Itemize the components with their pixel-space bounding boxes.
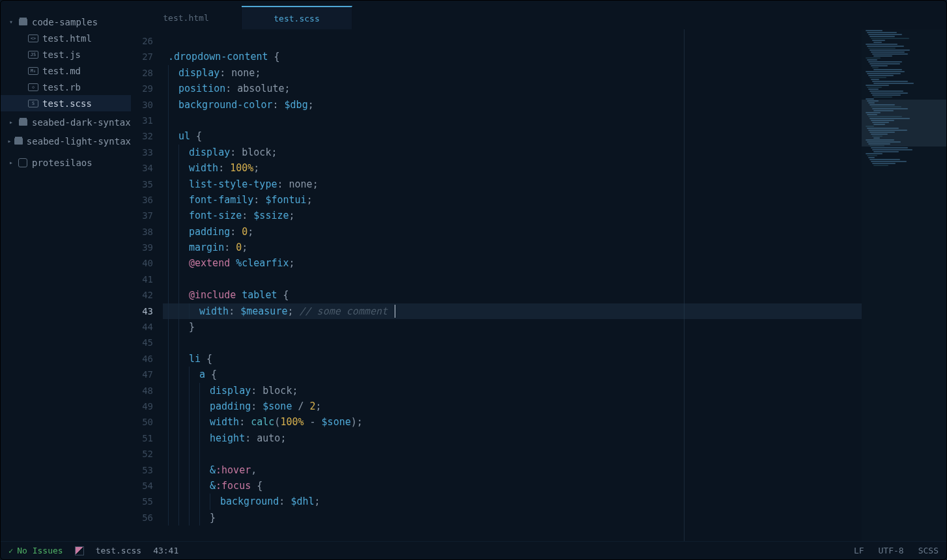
code-line[interactable]: } bbox=[163, 510, 862, 525]
minimap[interactable] bbox=[862, 29, 946, 541]
status-encoding[interactable]: UTF-8 bbox=[879, 546, 904, 555]
line-number[interactable]: 46 bbox=[131, 351, 153, 367]
line-number[interactable]: 42 bbox=[131, 287, 153, 303]
code-line[interactable]: ul { bbox=[163, 128, 862, 144]
code-line[interactable]: padding: $sone / 2; bbox=[163, 399, 862, 414]
tree-folder-seabed-dark-syntax[interactable]: ▸seabed-dark-syntax bbox=[1, 114, 131, 130]
code-line[interactable]: a { bbox=[163, 367, 862, 382]
deprecation-cop-icon[interactable] bbox=[75, 546, 84, 555]
code-line[interactable]: display: none; bbox=[163, 65, 862, 81]
indent-guide bbox=[168, 192, 178, 208]
tab-bar[interactable]: test.htmltest.scss bbox=[131, 6, 946, 29]
code-line[interactable]: width: calc(100% - $sone); bbox=[163, 414, 862, 430]
code-line[interactable]: &:focus { bbox=[163, 478, 862, 494]
code-line[interactable]: background-color: $dbg; bbox=[163, 97, 862, 113]
tree-root[interactable]: ▾ code-samples bbox=[1, 14, 131, 30]
file-tree[interactable]: ▾ code-samples <>test.htmlJStest.jsM↓tes… bbox=[1, 6, 131, 541]
indent-guide bbox=[178, 494, 189, 509]
code-line[interactable]: background: $dhl; bbox=[163, 494, 862, 509]
code-line[interactable]: &:hover, bbox=[163, 462, 862, 478]
gutter[interactable]: 2627282930313233343536373839404142434445… bbox=[131, 29, 162, 541]
status-cursor[interactable]: 43:41 bbox=[153, 546, 178, 555]
code-line[interactable]: padding: 0; bbox=[163, 224, 862, 240]
line-number[interactable]: 26 bbox=[131, 33, 153, 49]
code-line[interactable] bbox=[163, 272, 862, 287]
line-number[interactable]: 36 bbox=[131, 192, 153, 208]
line-number[interactable]: 55 bbox=[131, 494, 153, 509]
line-number[interactable]: 49 bbox=[131, 399, 153, 414]
tab-test-scss[interactable]: test.scss bbox=[242, 6, 352, 29]
line-number[interactable]: 33 bbox=[131, 145, 153, 160]
code-line[interactable] bbox=[163, 446, 862, 462]
line-number[interactable]: 54 bbox=[131, 478, 153, 494]
status-issues-label: No Issues bbox=[17, 546, 63, 555]
minimap-line bbox=[869, 159, 900, 160]
tree-file-test-js[interactable]: JStest.js bbox=[1, 46, 131, 63]
line-number[interactable]: 53 bbox=[131, 462, 153, 478]
minimap-line bbox=[868, 89, 879, 90]
line-number[interactable]: 40 bbox=[131, 255, 153, 271]
code-line[interactable] bbox=[163, 335, 862, 350]
line-number[interactable]: 28 bbox=[131, 65, 153, 81]
line-number[interactable]: 38 bbox=[131, 224, 153, 240]
line-number[interactable]: 31 bbox=[131, 113, 153, 128]
line-number[interactable]: 50 bbox=[131, 414, 153, 430]
line-number[interactable]: 44 bbox=[131, 319, 153, 335]
tree-file-test-rb[interactable]: ◇test.rb bbox=[1, 79, 131, 95]
indent-guide bbox=[178, 383, 189, 399]
status-line-ending[interactable]: LF bbox=[854, 546, 864, 555]
minimap-line bbox=[868, 75, 894, 76]
line-number[interactable]: 29 bbox=[131, 81, 153, 96]
indent-guide bbox=[199, 462, 210, 478]
line-number[interactable]: 35 bbox=[131, 176, 153, 192]
code-line[interactable]: @include tablet { bbox=[163, 287, 862, 303]
line-number[interactable]: 39 bbox=[131, 240, 153, 255]
tree-repo[interactable]: ▸ protesilaos bbox=[1, 154, 131, 171]
code-line[interactable] bbox=[163, 33, 862, 49]
code-line[interactable]: @extend %clearfix; bbox=[163, 255, 862, 271]
line-number[interactable]: 51 bbox=[131, 430, 153, 446]
line-number[interactable]: 27 bbox=[131, 49, 153, 64]
tree-file-test-scss[interactable]: Stest.scss bbox=[1, 95, 131, 111]
code-line[interactable]: list-style-type: none; bbox=[163, 176, 862, 192]
line-number[interactable]: 56 bbox=[131, 510, 153, 525]
code-area[interactable]: .dropdown-content {display: none;positio… bbox=[162, 29, 862, 541]
tree-folder-seabed-light-syntax[interactable]: ▸seabed-light-syntax bbox=[1, 133, 131, 149]
line-number[interactable]: 37 bbox=[131, 208, 153, 223]
code-line[interactable]: margin: 0; bbox=[163, 240, 862, 255]
tab-test-html[interactable]: test.html bbox=[131, 6, 242, 29]
code-line[interactable]: width: 100%; bbox=[163, 160, 862, 176]
code-line[interactable]: } bbox=[163, 319, 862, 335]
indent-guide bbox=[178, 351, 189, 367]
code-line[interactable] bbox=[163, 113, 862, 128]
code-line[interactable]: display: block; bbox=[163, 145, 862, 160]
line-number[interactable]: 41 bbox=[131, 272, 153, 287]
line-number[interactable]: 34 bbox=[131, 160, 153, 176]
line-number[interactable]: 52 bbox=[131, 446, 153, 462]
line-number[interactable]: 48 bbox=[131, 383, 153, 399]
code-line[interactable]: .dropdown-content { bbox=[163, 49, 862, 64]
status-language[interactable]: SCSS bbox=[918, 546, 939, 555]
code-line[interactable]: font-family: $fontui; bbox=[163, 192, 862, 208]
indent-guide bbox=[178, 224, 189, 240]
indent-guide bbox=[199, 510, 210, 525]
line-number[interactable]: 45 bbox=[131, 335, 153, 350]
line-number[interactable]: 47 bbox=[131, 367, 153, 382]
line-number[interactable]: 32 bbox=[131, 128, 153, 144]
minimap-viewport[interactable] bbox=[862, 100, 946, 147]
code-line[interactable]: display: block; bbox=[163, 383, 862, 399]
titlebar-spacer bbox=[1, 1, 946, 6]
code-line[interactable]: li { bbox=[163, 351, 862, 367]
status-issues[interactable]: No Issues bbox=[8, 546, 63, 555]
tree-file-test-md[interactable]: M↓test.md bbox=[1, 63, 131, 79]
code-line[interactable]: height: auto; bbox=[163, 430, 862, 446]
line-number[interactable]: 30 bbox=[131, 97, 153, 113]
indent-guide bbox=[168, 272, 178, 287]
code-line[interactable]: width: $measure; // some comment bbox=[163, 303, 862, 319]
code-line[interactable]: position: absolute; bbox=[163, 81, 862, 96]
status-file[interactable]: test.scss bbox=[96, 546, 141, 555]
chevron-right-icon: ▸ bbox=[7, 137, 12, 145]
tree-file-test-html[interactable]: <>test.html bbox=[1, 30, 131, 46]
code-line[interactable]: font-size: $ssize; bbox=[163, 208, 862, 223]
line-number[interactable]: 43 bbox=[131, 303, 153, 319]
